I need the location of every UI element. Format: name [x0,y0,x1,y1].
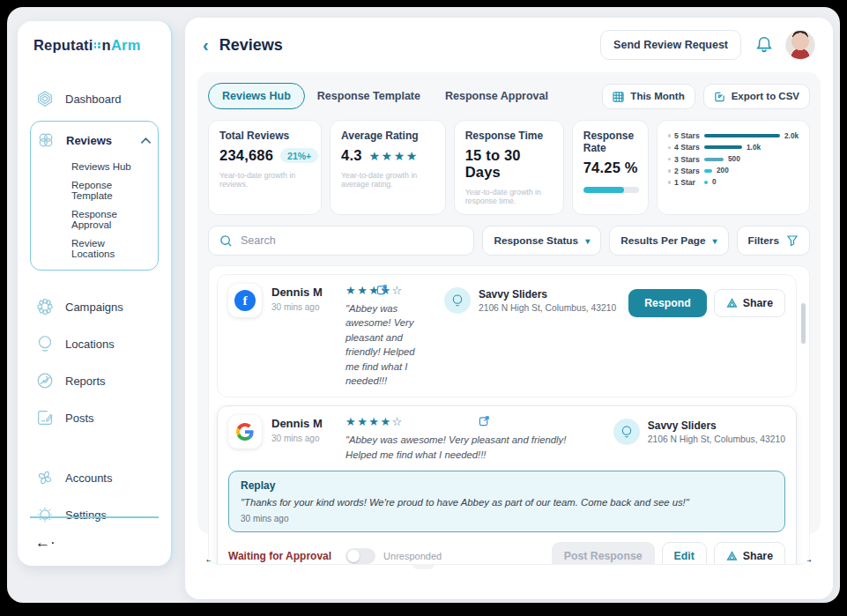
stat-caption: Year-to-date growth in reviews. [219,171,310,189]
share-label: Share [743,297,773,309]
chart-category: 3 Stars [674,155,704,164]
filter-funnel-icon [786,234,799,247]
notification-bell-icon[interactable] [755,35,773,55]
sidebar-subitem-review-locations[interactable]: Review Locations [71,234,151,263]
user-avatar[interactable] [785,30,815,60]
sidebar-item-accounts[interactable]: Accounts [30,459,159,496]
facebook-icon: f [228,284,262,317]
date-range-button[interactable]: This Month [602,84,695,109]
logo: ReputatinArm [33,37,159,54]
export-icon [714,91,725,102]
stat-average-rating: Average Rating 4.3 ★★★★ Year-to-date gro… [330,120,446,215]
tab-response-approval[interactable]: Response Approval [433,84,561,108]
response-status-dropdown[interactable]: Response Status ▾ [482,226,601,256]
open-review-icon[interactable] [479,415,490,427]
dropdown-label: Response Status [494,234,578,247]
edit-button[interactable]: Edit [662,542,707,565]
chart-value: 200 [717,167,729,174]
stat-response-time: Response Time 15 to 30 Days Year-to-date… [454,120,564,215]
bullet-icon [668,134,672,137]
sidebar-item-campaigns[interactable]: Campaigns [30,288,159,325]
location-icon [444,287,471,314]
chevron-down-icon: ▾ [713,236,717,246]
stat-caption: Year-to-date growth in response time. [465,188,553,205]
send-review-request-button[interactable]: Send Review Request [600,30,741,60]
share-icon [726,551,738,561]
export-csv-button[interactable]: Export to CSV [703,84,810,109]
tabs-bar: Reviews Hub Response Template Response A… [208,83,810,109]
sidebar-item-posts[interactable]: Posts [30,399,159,436]
chart-category: 5 Stars [674,131,704,140]
filters-button[interactable]: Filters [737,226,810,256]
logo-text-1: Reputati [33,37,93,54]
sidebar-item-reviews[interactable]: Reviews [36,123,151,157]
share-icon [726,298,738,308]
stat-label: Response Rate [583,130,639,154]
page-header: ‹ Reviews Send Review Request [185,18,833,69]
reply-text: "Thanks for your kind words! We're proud… [241,497,773,508]
export-csv-label: Export to CSV [732,91,799,101]
accounts-icon [35,468,55,487]
chart-value: 2.0k [784,132,799,140]
google-icon [228,415,262,449]
sidebar-divider [30,516,159,518]
chevron-up-icon[interactable] [141,137,151,144]
stat-caption: Year-to-date growth in average rating. [341,171,435,189]
logo-text-3: Arm [111,37,141,54]
reviews-list: f Dennis M 30 mins ago ★★★★☆ "Abbey was … [208,265,810,565]
stat-value: 4.3 [341,147,362,164]
filter-bar: Response Status ▾ Results Per Page ▾ Fil… [208,226,810,256]
location-name: Savvy Sliders [479,288,616,301]
sidebar-item-dashboard[interactable]: Dashboard [30,80,159,117]
tab-reviews-hub[interactable]: Reviews Hub [208,83,305,109]
stat-label: Response Time [465,130,553,142]
sidebar-item-label: Reviews [66,134,130,147]
growth-badge: 21%+ [280,148,318,163]
approval-status-label: Waiting for Approval [228,550,331,562]
respond-button[interactable]: Respond [628,289,707,317]
stat-label: Average Rating [341,130,435,142]
calendar-icon [613,91,624,102]
collapse-sidebar-icon[interactable]: ←· [30,534,159,552]
rating-stars-icon: ★★★★ [369,149,419,163]
responded-toggle[interactable] [345,548,375,564]
sidebar-item-locations[interactable]: Locations [30,325,159,362]
reply-box: Replay "Thanks for your kind words! We'r… [228,471,785,532]
chart-value: 1.0k [747,144,761,152]
scrollbar-thumb[interactable] [801,303,806,344]
back-icon[interactable]: ‹ [203,36,209,54]
sidebar-subitem-response-template[interactable]: Reponse Template [71,175,151,204]
sidebar-item-label: Locations [65,338,115,351]
sidebar-subitem-response-approval[interactable]: Response Approval [71,204,151,234]
location-address: 2106 N High St, Columbus, 43210 [479,303,616,313]
reviews-panel: Reviews Hub Response Template Response A… [197,72,821,534]
tab-response-template[interactable]: Response Template [305,84,433,108]
reviews-icon [36,130,56,150]
location-block: Savvy Sliders 2106 N High St, Columbus, … [613,415,785,445]
chevron-down-icon: ▾ [585,236,590,246]
open-review-icon[interactable] [376,284,388,295]
date-range-label: This Month [630,91,684,101]
review-text: "Abbey was awesome! Very pleasant and fr… [345,433,587,462]
sidebar-item-reports[interactable]: Reports [30,362,159,399]
review-time: 30 mins ago [271,302,345,312]
search-box[interactable] [208,226,474,256]
response-rate-progressbar [583,187,639,193]
post-response-button[interactable]: Post Response [552,542,655,565]
share-button[interactable]: Share [714,289,785,317]
chart-category: 4 Stars [674,143,704,152]
results-per-page-dropdown[interactable]: Results Per Page ▾ [609,226,728,256]
reviewer-name: Dennis M [271,417,345,430]
search-input[interactable] [241,234,463,247]
sidebar-subitem-reviews-hub[interactable]: Reviews Hub [71,157,151,175]
toggle-label: Unresponded [383,551,539,561]
share-button[interactable]: Share [714,542,785,565]
dashboard-icon [35,89,55,108]
share-label: Share [743,550,773,562]
page-title: Reviews [219,36,600,55]
location-block: Savvy Sliders 2106 N High St, Columbus, … [444,284,616,314]
sidebar-group-reviews: Reviews Reviews Hub Reponse Template Res… [30,121,159,271]
chart-category: 1 Star [674,178,704,187]
review-card: Dennis M 30 mins ago ★★★★☆ "Abbey was aw… [217,405,797,565]
chart-bar [704,158,724,161]
